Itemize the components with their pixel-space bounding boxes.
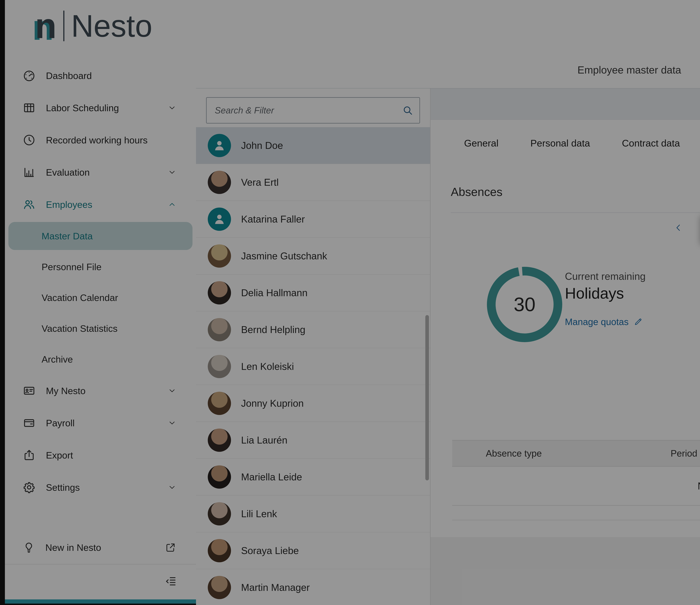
app-window: nn Nesto Manual Karlsruhe DashboardLabor… xyxy=(0,0,700,605)
tutorial-dim-overlay xyxy=(0,0,700,605)
